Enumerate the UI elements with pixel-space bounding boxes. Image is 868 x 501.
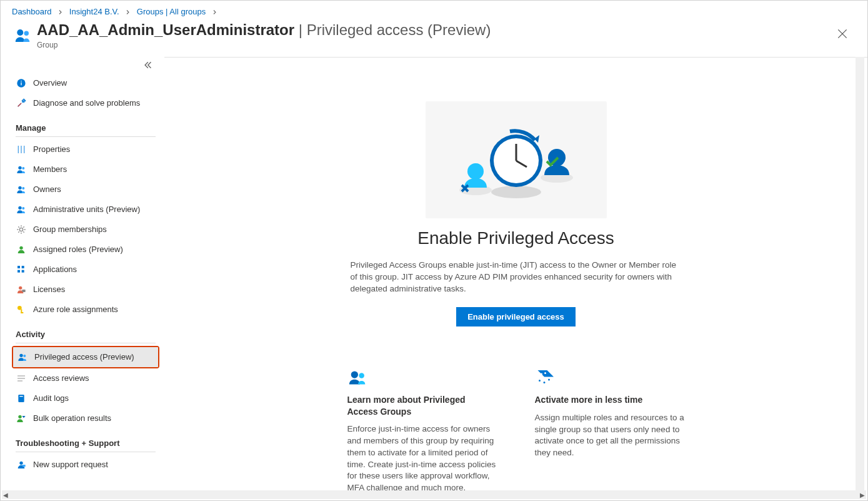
- svg-point-11: [22, 187, 24, 190]
- people-icon: [16, 184, 27, 195]
- svg-rect-31: [19, 396, 22, 397]
- info-card-body: Enforce just-in-time access for owners a…: [347, 423, 497, 494]
- enable-privileged-access-button[interactable]: Enable privileged access: [456, 307, 576, 326]
- sidebar-item-label: Applications: [33, 265, 77, 274]
- sidebar-item-group-memberships[interactable]: Group memberships: [12, 220, 159, 240]
- svg-marker-42: [534, 135, 539, 143]
- info-card-activate: Activate more in less time Assign multip…: [535, 370, 685, 494]
- collapse-sidebar-button[interactable]: [12, 57, 159, 73]
- svg-rect-16: [17, 266, 20, 268]
- vertical-scrollbar[interactable]: [856, 57, 864, 490]
- svg-point-26: [23, 355, 26, 357]
- svg-rect-18: [22, 266, 24, 268]
- sidebar-item-overview[interactable]: Overview: [12, 73, 159, 93]
- svg-rect-7: [24, 146, 24, 153]
- horizontal-scrollbar[interactable]: ◀ ▶: [2, 490, 866, 499]
- sidebar-item-label: Azure role assignments: [33, 305, 118, 314]
- svg-point-8: [18, 166, 21, 169]
- hero-title: Enable Privileged Access: [260, 228, 772, 248]
- svg-rect-27: [17, 375, 25, 376]
- sidebar-item-label: Group memberships: [33, 225, 107, 234]
- svg-rect-30: [18, 395, 24, 402]
- sidebar-item-label: Properties: [33, 144, 70, 154]
- svg-point-33: [19, 461, 22, 464]
- sidebar-item-label: Diagnose and solve problems: [33, 98, 140, 108]
- gear-icon: [16, 224, 27, 235]
- sidebar-item-label: Members: [33, 164, 67, 174]
- license-icon: [16, 284, 27, 295]
- sidebar-item-new-support-request[interactable]: New support request: [12, 455, 159, 475]
- sidebar-item-label: Licenses: [33, 285, 65, 294]
- chevron-right-icon: [212, 7, 217, 16]
- sidebar-item-label: Privileged access (Preview): [34, 352, 134, 362]
- sidebar-item-audit-logs[interactable]: Audit logs: [12, 388, 159, 408]
- support-icon: [16, 459, 27, 470]
- hero-illustration: [426, 101, 607, 218]
- svg-rect-29: [17, 380, 22, 381]
- person-icon: [16, 244, 27, 255]
- svg-point-14: [19, 228, 22, 231]
- scroll-left-arrow-icon[interactable]: ◀: [3, 492, 8, 498]
- sidebar-item-access-reviews[interactable]: Access reviews: [12, 368, 159, 388]
- chevron-right-icon: [125, 7, 133, 16]
- sidebar-item-label: New support request: [33, 460, 108, 469]
- grid-icon: [16, 264, 27, 275]
- svg-point-50: [548, 379, 550, 381]
- sidebar-item-applications[interactable]: Applications: [12, 260, 159, 280]
- svg-point-37: [491, 186, 541, 198]
- sidebar-item-bulk-operation-results[interactable]: Bulk operation results: [12, 408, 159, 428]
- sidebar-item-assigned-roles-preview[interactable]: Assigned roles (Preview): [12, 240, 159, 260]
- svg-point-0: [17, 29, 23, 36]
- close-icon[interactable]: [836, 28, 854, 45]
- highlight-box: Privileged access (Preview): [12, 346, 159, 368]
- svg-point-10: [18, 186, 21, 189]
- sidebar-item-licenses[interactable]: Licenses: [12, 280, 159, 300]
- sidebar-item-azure-role-assignments[interactable]: Azure role assignments: [12, 300, 159, 320]
- group-icon: [12, 25, 33, 46]
- svg-point-52: [544, 372, 546, 374]
- scroll-right-arrow-icon[interactable]: ▶: [860, 492, 865, 498]
- page-title: AAD_AA_Admin_UserAdministrator | Privile…: [37, 21, 491, 39]
- svg-point-25: [19, 353, 22, 357]
- breadcrumb-item-groups[interactable]: Groups | All groups: [137, 7, 206, 16]
- svg-rect-34: [22, 465, 26, 467]
- svg-rect-24: [21, 312, 23, 313]
- bulk-icon: [16, 413, 27, 424]
- sidebar-item-diagnose-and-solve-problems[interactable]: Diagnose and solve problems: [12, 93, 159, 113]
- svg-point-1: [24, 31, 29, 36]
- sidebar-item-properties[interactable]: Properties: [12, 139, 159, 159]
- sidebar-item-label: Assigned roles (Preview): [33, 245, 123, 254]
- sidebar-item-members[interactable]: Members: [12, 159, 159, 180]
- sidebar: OverviewDiagnose and solve problems Mana…: [1, 57, 164, 500]
- svg-rect-6: [21, 146, 21, 153]
- lines-icon: [16, 373, 27, 384]
- svg-point-49: [543, 382, 545, 383]
- sidebar-item-privileged-access-preview[interactable]: Privileged access (Preview): [13, 347, 158, 367]
- sidebar-item-label: Access reviews: [33, 373, 89, 383]
- sliders-icon: [16, 144, 27, 155]
- svg-point-48: [539, 380, 541, 382]
- svg-rect-17: [17, 270, 20, 272]
- sidebar-section-manage: Manage: [16, 123, 156, 137]
- sidebar-section-support: Troubleshooting + Support: [16, 438, 156, 452]
- sidebar-item-administrative-units-preview[interactable]: Administrative units (Preview): [12, 200, 159, 220]
- svg-rect-4: [21, 81, 21, 81]
- sidebar-item-owners[interactable]: Owners: [12, 180, 159, 200]
- breadcrumb-item-org[interactable]: Insight24 B.V.: [69, 7, 119, 16]
- sidebar-item-label: Audit logs: [33, 393, 69, 403]
- page-subtitle: Group: [37, 41, 491, 49]
- breadcrumb-item-dashboard[interactable]: Dashboard: [12, 7, 52, 16]
- svg-rect-19: [22, 270, 24, 272]
- hero-description: Privileged Access Groups enable just-in-…: [351, 260, 682, 295]
- book-icon: [16, 393, 27, 404]
- svg-point-32: [18, 415, 21, 418]
- info-card-learn-more: Learn more about Privileged Access Group…: [347, 370, 497, 494]
- people-info-icon: [347, 370, 497, 385]
- info-card-title: Activate more in less time: [535, 394, 685, 405]
- svg-point-43: [467, 163, 484, 180]
- breadcrumb: Dashboard Insight24 B.V. Groups | All gr…: [1, 1, 867, 19]
- people-icon: [16, 164, 27, 175]
- svg-point-12: [18, 206, 21, 209]
- wrench-icon: [16, 98, 27, 109]
- chevron-right-icon: [57, 7, 66, 16]
